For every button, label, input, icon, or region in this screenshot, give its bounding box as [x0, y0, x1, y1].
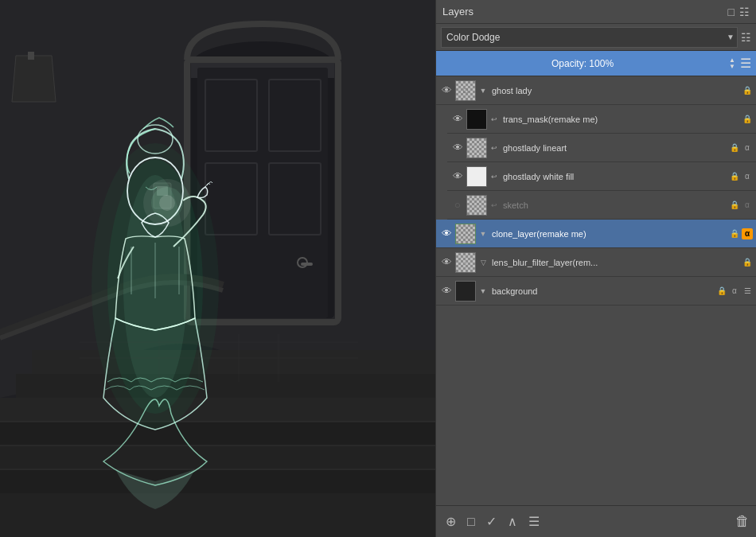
svg-rect-12 — [301, 263, 313, 266]
move-up-button[interactable]: ∧ — [505, 512, 520, 531]
opacity-menu-icon[interactable]: ☰ — [740, 56, 751, 71]
layer-row[interactable]: 👁 ⌂ ▽ lens_blur_filter_layer(rem... 🔒 — [436, 248, 756, 277]
layer-name: sketch — [501, 200, 727, 210]
lock-icon[interactable]: 🔒 — [729, 171, 740, 182]
layers-list: 👁 □ ▼ ghost lady 🔒 👁 ↩ trans_mask(remake… — [436, 76, 756, 505]
layer-name: ghostlady lineart — [501, 143, 727, 153]
chevron-down-icon: ✓ — [486, 515, 497, 528]
layer-name: ghost lady — [490, 86, 740, 95]
footer-right: 🗑 — [735, 513, 750, 530]
visibility-icon[interactable]: 👁 — [450, 112, 465, 126]
layer-row[interactable]: 👁 ▼ background 🔒 α ☰ — [436, 277, 756, 305]
svg-rect-19 — [0, 398, 435, 422]
layer-type-icon: ▼ — [477, 286, 489, 297]
footer-buttons: ⊕ □ ✓ ∧ ☰ — [442, 512, 543, 531]
visibility-icon[interactable]: ○ — [450, 198, 465, 212]
layer-type-icon: ↩ — [489, 142, 500, 154]
layer-type-icon: ↩ — [489, 114, 500, 125]
layer-thumbnail — [466, 109, 487, 130]
layer-flags: 🔒 — [742, 257, 753, 268]
blend-filter-icon[interactable]: ☷ — [741, 31, 751, 44]
svg-rect-17 — [0, 469, 435, 493]
maximize-icon[interactable]: □ — [728, 6, 735, 18]
layer-flags: 🔒 — [742, 114, 753, 125]
layer-flags: 🔒 α — [729, 171, 753, 182]
visibility-icon[interactable]: 👁 — [439, 284, 454, 298]
visibility-icon[interactable]: 👁 — [439, 84, 454, 98]
layer-thumbnail — [466, 195, 487, 216]
properties-button[interactable]: ☰ — [525, 512, 543, 531]
layer-row[interactable]: 👁 ↩ trans_mask(remake me) 🔒 — [447, 105, 756, 134]
properties-icon: ☰ — [528, 515, 540, 528]
layer-thumbnail — [466, 138, 487, 158]
layer-type-icon: ↩ — [489, 200, 500, 211]
lock-icon[interactable]: 🔒 — [729, 142, 740, 154]
blend-mode-select[interactable]: NormalDissolveMultiplyScreenOverlayColor… — [441, 27, 738, 48]
svg-point-35 — [159, 195, 175, 211]
copy-layer-button[interactable]: □ — [464, 513, 478, 531]
layer-thumbnail — [455, 224, 476, 244]
layer-thumbnail — [466, 166, 487, 187]
layer-name: clone_layer(remake me) — [490, 229, 727, 239]
layer-flags: 🔒 α — [729, 142, 753, 154]
svg-rect-15 — [0, 422, 435, 446]
visibility-icon[interactable]: 👁 — [450, 141, 465, 155]
layer-row[interactable]: 👁 ▼ clone_layer(remake me) 🔒 α — [436, 220, 756, 248]
opacity-stepper: ▲ ▼ — [727, 57, 737, 70]
layer-type-icon: ▽ — [477, 257, 489, 268]
canvas-area — [0, 0, 435, 537]
svg-rect-18 — [0, 493, 435, 537]
blend-mode-row: NormalDissolveMultiplyScreenOverlayColor… — [436, 24, 756, 51]
panel-header-icons: □ ☷ — [728, 6, 750, 18]
lock-icon[interactable]: 🔒 — [716, 286, 727, 297]
panel-title: Layers — [442, 6, 473, 18]
add-layer-button[interactable]: ⊕ — [442, 512, 459, 531]
lock-icon[interactable]: 🔒 — [742, 85, 753, 96]
layer-type-icon: ↩ — [489, 171, 500, 182]
svg-rect-16 — [0, 446, 435, 469]
lock-icon[interactable]: 🔒 — [742, 114, 753, 125]
svg-rect-27 — [28, 52, 34, 60]
layer-row[interactable]: ○ ↩ sketch 🔒 α — [447, 191, 756, 220]
layer-thumbnail: □ — [455, 80, 476, 101]
layers-panel: Layers □ ☷ NormalDissolveMultiplyScreenO… — [435, 0, 756, 537]
add-icon: ⊕ — [446, 515, 456, 528]
layer-name: ghostlady white fill — [501, 172, 727, 181]
layer-thumbnail — [455, 281, 476, 302]
visibility-icon[interactable]: 👁 — [439, 255, 454, 270]
extra-icon[interactable]: ☰ — [742, 286, 753, 297]
opacity-down-button[interactable]: ▼ — [727, 64, 737, 70]
filter-icon[interactable]: ☷ — [739, 6, 750, 18]
layer-name: trans_mask(remake me) — [501, 115, 740, 124]
layer-row[interactable]: 👁 □ ▼ ghost lady 🔒 — [436, 76, 756, 105]
lock-icon[interactable]: 🔒 — [729, 228, 740, 239]
layer-name: lens_blur_filter_layer(rem... — [490, 258, 740, 267]
layer-flags: 🔒 α ☰ — [716, 286, 753, 297]
alpha-icon[interactable]: α — [729, 286, 740, 297]
opacity-row[interactable]: Opacity: 100% ▲ ▼ ☰ — [436, 51, 756, 76]
lock-icon[interactable]: 🔒 — [729, 200, 740, 211]
svg-marker-26 — [12, 56, 56, 102]
alpha-icon[interactable]: α — [742, 171, 753, 182]
layer-flags: 🔒 — [742, 85, 753, 96]
layer-type-icon: ▼ — [477, 85, 489, 96]
alpha-lock-icon[interactable]: α — [742, 228, 753, 239]
layer-row[interactable]: 👁 ↩ ghostlady white fill 🔒 α — [447, 162, 756, 191]
visibility-icon[interactable]: 👁 — [450, 169, 465, 184]
alpha-icon[interactable]: α — [742, 200, 753, 211]
trash-icon: 🗑 — [735, 513, 750, 529]
layer-row[interactable]: 👁 ↩ ghostlady lineart 🔒 α — [447, 134, 756, 162]
layer-flags: 🔒 α — [729, 228, 753, 239]
alpha-icon[interactable]: α — [742, 142, 753, 154]
layer-thumbnail: ⌂ — [455, 252, 476, 273]
lock-icon[interactable]: 🔒 — [742, 257, 753, 268]
panel-footer: ⊕ □ ✓ ∧ ☰ 🗑 — [436, 505, 756, 537]
opacity-label: Opacity: 100% — [441, 58, 724, 69]
layer-name: background — [490, 286, 715, 296]
panel-header: Layers □ ☷ — [436, 0, 756, 24]
visibility-icon[interactable]: 👁 — [439, 227, 454, 241]
delete-layer-button[interactable]: 🗑 — [735, 513, 750, 530]
layer-type-icon: ▼ — [477, 228, 489, 239]
move-down-button[interactable]: ✓ — [483, 512, 500, 531]
svg-rect-21 — [32, 350, 435, 374]
